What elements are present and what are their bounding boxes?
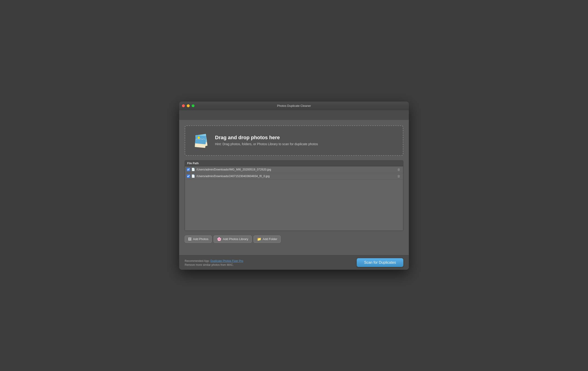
footer-sub-text: Remove more similar photos from MAC. [185,263,243,266]
footer-recommended: Recommended App: Duplicate Photos Fixer … [185,259,243,263]
drop-zone[interactable]: Drag and drop photos here Hint: Drag pho… [185,126,403,156]
add-folder-button[interactable]: 📁 Add Folder [253,235,281,243]
footer-rec-link[interactable]: Duplicate Photos Fixer Pro [210,259,243,263]
add-photos-library-label: Add Photos Library [223,237,248,241]
add-folder-icon: 📁 [257,237,261,241]
app-window: Photos Duplicate Cleaner [179,102,409,270]
file-path-1: /Users/admin/Downloads/IMG_MI6_20200519_… [196,168,395,171]
traffic-lights [182,104,195,107]
add-photos-label: Add Photos [193,237,208,241]
file-icon-1: 📄 [191,168,195,171]
file-table-header: File Path [185,160,403,166]
footer: Recommended App: Duplicate Photos Fixer … [179,255,409,270]
toolbar [179,110,409,120]
add-photos-library-button[interactable]: 🌸 Add Photos Library [214,235,252,243]
file-checkbox-1[interactable] [187,168,190,171]
delete-button-2[interactable]: 🗑 [396,174,401,179]
svg-rect-4 [195,135,206,144]
table-row: 📄 /Users/admin/Downloads/IMG_MI6_2020051… [185,166,403,173]
footer-left: Recommended App: Duplicate Photos Fixer … [185,259,243,266]
close-button[interactable] [182,104,185,107]
drop-zone-heading: Drag and drop photos here [215,135,318,141]
title-bar: Photos Duplicate Cleaner [179,102,409,110]
add-photos-library-icon: 🌸 [217,237,221,241]
file-checkbox-2[interactable] [187,175,190,178]
add-photos-icon: 🖼 [188,237,191,241]
drop-zone-hint: Hint: Drag photos, folders, or Photos Li… [215,142,318,147]
file-path-2: /Users/admin/Downloads/24071523040360483… [196,175,395,178]
action-buttons: 🖼 Add Photos 🌸 Add Photos Library 📁 Add … [185,235,403,243]
file-table-body: 📄 /Users/admin/Downloads/IMG_MI6_2020051… [185,166,403,231]
scan-button[interactable]: Scan for Duplicates [357,258,403,267]
main-content: Drag and drop photos here Hint: Drag pho… [179,120,409,255]
minimize-button[interactable] [187,104,190,107]
table-row: 📄 /Users/admin/Downloads/240715230403604… [185,173,403,180]
file-table: File Path 📄 /Users/admin/Downloads/IMG_M… [185,160,403,231]
add-photos-button[interactable]: 🖼 Add Photos [185,235,212,243]
drop-zone-icon [192,131,210,150]
file-icon-2: 📄 [191,174,195,178]
drop-zone-text-block: Drag and drop photos here Hint: Drag pho… [215,135,318,147]
add-folder-label: Add Folder [263,237,277,241]
footer-rec-prefix: Recommended App: [185,259,210,263]
maximize-button[interactable] [191,104,195,107]
delete-button-1[interactable]: 🗑 [396,167,401,172]
window-title: Photos Duplicate Cleaner [277,104,311,107]
